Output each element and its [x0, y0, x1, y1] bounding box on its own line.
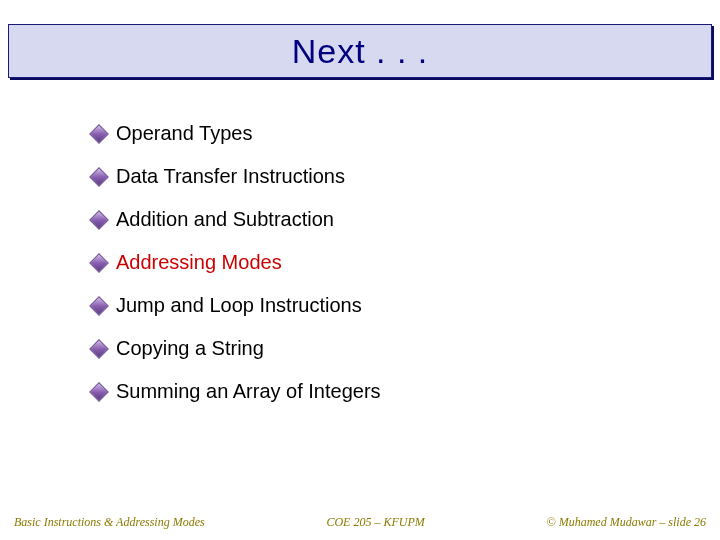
footer-center: COE 205 – KFUPM: [205, 515, 547, 530]
diamond-bullet-icon: [89, 124, 109, 144]
list-item: Addition and Subtraction: [92, 208, 680, 231]
diamond-bullet-icon: [89, 253, 109, 273]
list-item: Jump and Loop Instructions: [92, 294, 680, 317]
content-area: Operand Types Data Transfer Instructions…: [92, 122, 680, 423]
item-label: Data Transfer Instructions: [116, 165, 345, 188]
item-label: Jump and Loop Instructions: [116, 294, 362, 317]
diamond-bullet-icon: [89, 339, 109, 359]
title-bar: Next . . .: [8, 24, 712, 78]
list-item: Summing an Array of Integers: [92, 380, 680, 403]
footer: Basic Instructions & Addressing Modes CO…: [14, 515, 706, 530]
list-item: Operand Types: [92, 122, 680, 145]
item-label: Operand Types: [116, 122, 252, 145]
list-item-active: Addressing Modes: [92, 251, 680, 274]
item-label: Summing an Array of Integers: [116, 380, 381, 403]
list-item: Copying a String: [92, 337, 680, 360]
list-item: Data Transfer Instructions: [92, 165, 680, 188]
slide-title: Next . . .: [292, 32, 429, 71]
diamond-bullet-icon: [89, 210, 109, 230]
footer-left: Basic Instructions & Addressing Modes: [14, 515, 205, 530]
diamond-bullet-icon: [89, 382, 109, 402]
diamond-bullet-icon: [89, 296, 109, 316]
item-label: Addressing Modes: [116, 251, 282, 274]
diamond-bullet-icon: [89, 167, 109, 187]
footer-right: © Muhamed Mudawar – slide 26: [547, 515, 706, 530]
item-label: Copying a String: [116, 337, 264, 360]
item-label: Addition and Subtraction: [116, 208, 334, 231]
